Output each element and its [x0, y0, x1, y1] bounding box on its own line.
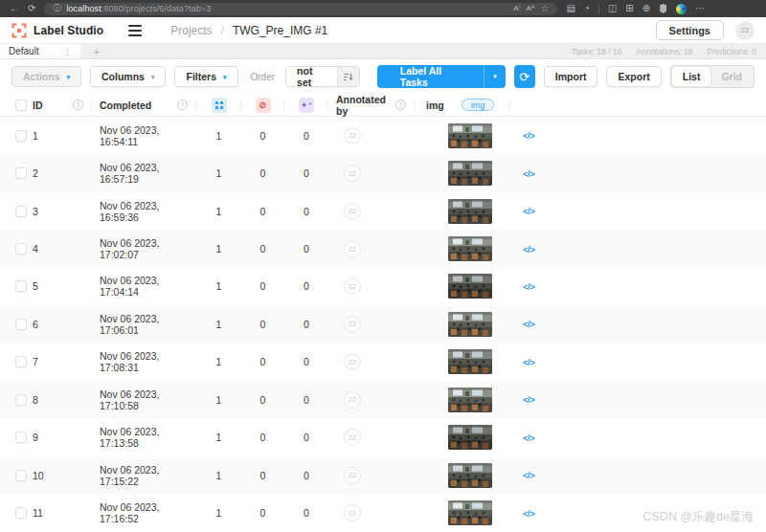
- view-source-icon[interactable]: </>: [523, 281, 534, 292]
- table-row[interactable]: 3 Nov 06 2023, 16:59:36 1 0 0 22: [0, 192, 766, 230]
- view-list-button[interactable]: List: [672, 67, 711, 86]
- row-checkbox[interactable]: [15, 206, 27, 217]
- label-all-tasks-button[interactable]: Label All Tasks ▾: [377, 65, 506, 88]
- row-checkbox[interactable]: [15, 356, 27, 367]
- browser-more-menu-icon[interactable]: ⋯: [695, 4, 705, 13]
- address-bar[interactable]: ⓘ localhost:8080/projects/6/data?tab=3 A…: [44, 3, 557, 15]
- view-source-icon[interactable]: </>: [523, 508, 534, 519]
- column-header-cancelled[interactable]: ⊘: [241, 94, 284, 116]
- view-source-icon[interactable]: </>: [523, 168, 534, 179]
- view-source-icon[interactable]: </>: [523, 130, 534, 141]
- annotator-avatar[interactable]: 22: [344, 429, 361, 446]
- table-row[interactable]: 9 Nov 06 2023, 17:13:58 1 0 0 22: [0, 419, 766, 456]
- task-image-thumbnail[interactable]: [448, 312, 492, 337]
- tab-options-kebab-icon[interactable]: ⋮: [63, 47, 72, 56]
- annotator-avatar[interactable]: 22: [344, 504, 361, 521]
- table-row[interactable]: 2 Nov 06 2023, 16:57:19 1 0 0 22: [0, 154, 766, 191]
- copilot-icon[interactable]: ◔: [584, 4, 590, 13]
- table-row[interactable]: 4 Nov 06 2023, 17:02:07 1 0 0 22: [0, 230, 766, 267]
- browser-profile-avatar[interactable]: [676, 4, 687, 14]
- table-row[interactable]: 11 Nov 06 2023, 17:16:52 1 0 0 22: [0, 494, 766, 531]
- annotator-avatar[interactable]: 22: [344, 203, 361, 220]
- annotator-avatar[interactable]: 22: [344, 277, 361, 295]
- filters-button[interactable]: Filters ▾: [174, 66, 237, 87]
- table-row[interactable]: 7 Nov 06 2023, 17:08:31 1 0 0 22: [0, 344, 766, 381]
- collections-icon[interactable]: ⊞: [625, 4, 633, 13]
- sort-direction-button[interactable]: [337, 67, 359, 86]
- column-header-completed[interactable]: Completed ?: [92, 94, 196, 116]
- page-tool-icon[interactable]: ▤: [566, 4, 574, 13]
- view-source-icon[interactable]: </>: [523, 357, 534, 367]
- brand[interactable]: Label Studio: [11, 23, 103, 38]
- table-row[interactable]: 10 Nov 06 2023, 17:15:22 1 0 0 22: [0, 456, 766, 494]
- task-image-thumbnail[interactable]: [448, 463, 492, 488]
- row-checkbox[interactable]: [15, 167, 27, 179]
- annotator-avatar[interactable]: 22: [344, 240, 361, 257]
- view-source-icon[interactable]: </>: [523, 394, 534, 405]
- column-header-annotated-by[interactable]: Annotated by ?: [328, 94, 415, 116]
- refresh-button[interactable]: ⟳: [514, 65, 535, 88]
- row-checkbox[interactable]: [15, 470, 27, 481]
- row-checkbox[interactable]: [15, 394, 27, 406]
- annotator-avatar[interactable]: 22: [344, 391, 361, 409]
- row-checkbox[interactable]: [15, 280, 27, 292]
- task-image-thumbnail[interactable]: [448, 388, 492, 412]
- select-all-checkbox[interactable]: [15, 100, 27, 111]
- row-checkbox[interactable]: [15, 432, 27, 443]
- hamburger-menu-icon[interactable]: [128, 25, 142, 36]
- task-image-thumbnail[interactable]: [448, 500, 492, 525]
- export-button[interactable]: Export: [606, 66, 661, 87]
- browser-back-icon[interactable]: ←: [10, 4, 19, 13]
- view-source-icon[interactable]: </>: [523, 206, 534, 216]
- read-aloud-icon[interactable]: A⁾: [513, 5, 520, 12]
- row-checkbox[interactable]: [15, 130, 27, 142]
- annotator-avatar[interactable]: 22: [344, 127, 361, 144]
- actions-button[interactable]: Actions ▾: [11, 66, 81, 87]
- tab-default[interactable]: Default ⋮: [0, 44, 80, 58]
- task-image-thumbnail[interactable]: [448, 123, 492, 148]
- column-header-id[interactable]: ID ?: [33, 94, 92, 116]
- add-tab-button[interactable]: +: [80, 44, 113, 58]
- browser-refresh-icon[interactable]: ⟳: [28, 4, 35, 13]
- view-source-icon[interactable]: </>: [523, 470, 534, 480]
- import-button[interactable]: Import: [544, 66, 598, 87]
- row-checkbox[interactable]: [15, 507, 27, 519]
- id-help-icon[interactable]: ?: [73, 100, 83, 110]
- view-source-icon[interactable]: </>: [523, 432, 534, 443]
- table-row[interactable]: 5 Nov 06 2023, 17:04:14 1 0 0 22: [0, 268, 766, 305]
- label-all-chevron-down-icon[interactable]: ▾: [484, 65, 506, 88]
- view-source-icon[interactable]: </>: [523, 244, 534, 255]
- order-value[interactable]: not set: [286, 67, 337, 86]
- view-source-icon[interactable]: </>: [523, 319, 534, 329]
- row-checkbox[interactable]: [15, 243, 27, 255]
- table-row[interactable]: 8 Nov 06 2023, 17:10:58 1 0 0 22: [0, 381, 766, 418]
- order-control[interactable]: not set: [285, 66, 360, 87]
- annotator-avatar[interactable]: 22: [344, 316, 361, 333]
- extensions-icon[interactable]: ⊕: [642, 4, 650, 13]
- split-screen-icon[interactable]: ◫: [608, 4, 617, 13]
- task-image-thumbnail[interactable]: [448, 199, 492, 224]
- annotator-avatar[interactable]: 22: [344, 353, 361, 370]
- column-header-predictions[interactable]: ✦⁺: [284, 94, 328, 116]
- tracking-shield-icon[interactable]: [659, 4, 667, 13]
- completed-help-icon[interactable]: ?: [177, 100, 188, 110]
- task-image-thumbnail[interactable]: [448, 349, 492, 374]
- annotator-avatar[interactable]: 22: [344, 467, 361, 484]
- annotator-avatar[interactable]: 22: [344, 165, 361, 182]
- user-avatar[interactable]: 22: [735, 21, 755, 40]
- table-row[interactable]: 6 Nov 06 2023, 17:06:01 1 0 0 22: [0, 305, 766, 343]
- annotated-by-help-icon[interactable]: ?: [395, 100, 406, 110]
- site-info-icon[interactable]: ⓘ: [53, 5, 60, 12]
- row-checkbox[interactable]: [15, 319, 27, 330]
- table-row[interactable]: 1 Nov 06 2023, 16:54:11 1 0 0 22: [0, 117, 766, 154]
- task-image-thumbnail[interactable]: [448, 161, 492, 186]
- column-header-annotations[interactable]: [196, 94, 241, 116]
- favorite-star-icon[interactable]: ☆: [540, 4, 549, 13]
- column-header-img[interactable]: img img: [415, 94, 510, 116]
- columns-button[interactable]: Columns ▾: [90, 66, 166, 87]
- task-image-thumbnail[interactable]: [448, 274, 492, 299]
- task-image-thumbnail[interactable]: [448, 236, 492, 261]
- view-grid-button[interactable]: Grid: [710, 71, 753, 82]
- immersive-reader-icon[interactable]: Aᴬ: [526, 5, 534, 12]
- breadcrumb-projects-link[interactable]: Projects: [170, 24, 212, 37]
